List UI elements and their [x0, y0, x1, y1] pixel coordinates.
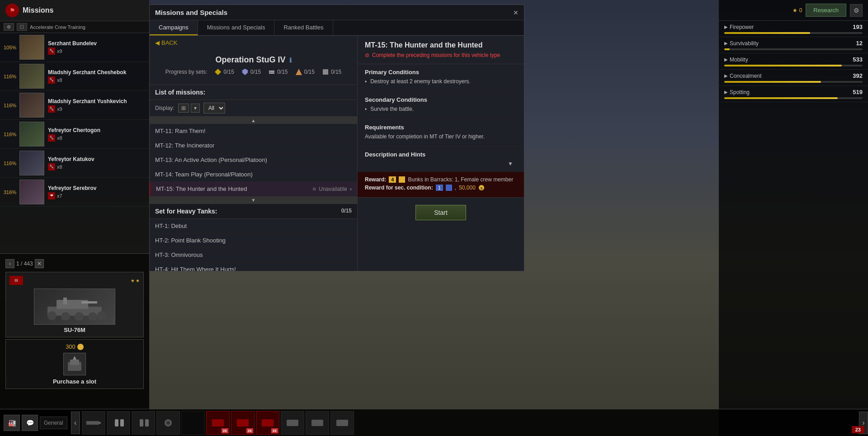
filter-icon-btn[interactable]: ⊞	[178, 104, 189, 113]
bottom-slots-prev[interactable]: ‹	[71, 412, 80, 434]
mission-detail: MT-15: The Hunter and the Hunted ⊘ Compl…	[358, 36, 524, 271]
crew-member-4[interactable]: 116% Yefreytor Katukov 🔧 x8	[0, 149, 149, 178]
shield-icon	[241, 68, 249, 76]
concealment-text: Concealment	[730, 73, 762, 79]
bottom-garage-btn[interactable]: 🏭	[4, 415, 20, 431]
svg-rect-31	[237, 419, 249, 427]
unavailable-icon: ⊘	[312, 186, 316, 191]
bottom-slot-equip2[interactable]	[306, 411, 329, 435]
star-badge: ★ 0	[793, 7, 802, 14]
ammo5-badge: 26	[271, 428, 278, 433]
bottom-slot-ammo[interactable]	[107, 411, 130, 435]
mission-item-mt14[interactable]: MT-14: Team Play (Personal/Platoon)	[150, 167, 357, 182]
stripe-icon	[268, 68, 275, 76]
tab-ranked-battles[interactable]: Ranked Battles	[274, 20, 333, 35]
back-button[interactable]: ◀ BACK	[150, 36, 357, 50]
tank-card[interactable]: III ★ ★ S	[5, 272, 144, 337]
svg-rect-30	[212, 419, 224, 427]
svg-rect-35	[336, 420, 348, 426]
bullet-0: •	[365, 79, 367, 85]
heavy-section-progress: 0/15	[341, 208, 352, 215]
progress-item-0: 0/15	[214, 68, 234, 76]
crew-info-3: Yefreytor Chertogon 🔧 x8	[48, 127, 146, 142]
reward-section: Reward: 4 Bunks in Barracks: 1, Female c…	[358, 172, 524, 198]
reward-badge: 4	[389, 176, 396, 183]
crew-control-icon[interactable]: ⚙	[4, 23, 14, 31]
svg-text:$: $	[481, 186, 483, 190]
mission-item-mt13[interactable]: MT-13: An Active Action (Personal/Platoo…	[150, 153, 357, 167]
crew-member-5[interactable]: 316% Yefreytor Serebrov ❤ x7	[0, 178, 149, 207]
crew-avatar-0	[19, 35, 44, 60]
survivability-label: ▶ Survivability	[724, 40, 759, 47]
mission-item-ht4[interactable]: HT-4: Hit Them Where It Hurts!	[150, 262, 357, 271]
filter-select[interactable]: All	[203, 103, 225, 114]
crew-level-3: 116%	[4, 132, 19, 137]
research-button[interactable]: Research	[806, 4, 846, 17]
purchase-slot-section[interactable]: 300 Purchase a slot	[5, 339, 144, 389]
secondary-condition-0: • Survive the battle.	[365, 106, 517, 113]
firepower-arrow: ▶	[724, 24, 728, 29]
spotting-text: Spotting	[730, 89, 750, 95]
bottom-chat-btn[interactable]: 💬	[22, 415, 38, 431]
start-button[interactable]: Start	[415, 205, 466, 220]
crew-member-1[interactable]: 116% Mladshiy Serzhant Cheshebok 🔧 x8	[0, 62, 149, 91]
settings-button[interactable]: ⚙	[850, 4, 863, 17]
description-scroll-down[interactable]: ▼	[365, 161, 517, 167]
dialog-close-button[interactable]: ✕	[513, 9, 519, 16]
svg-rect-15	[269, 72, 274, 74]
skill-count-4: x8	[57, 164, 62, 170]
mission-label-ht4: HT-4: Hit Them Where It Hurts!	[155, 266, 236, 271]
mission-item-mt11[interactable]: MT-11: Ram Them!	[150, 124, 357, 138]
reward-extra: Bunks in Barracks: 1, Female crew member	[408, 176, 513, 183]
bottom-slot-ammo4[interactable]: 26	[231, 411, 255, 435]
mission-item-ht3[interactable]: HT-3: Omnivorous	[150, 248, 357, 262]
svg-rect-8	[81, 301, 97, 303]
bottom-slot-ammo2[interactable]	[132, 411, 155, 435]
bottom-slot-equip1[interactable]	[281, 411, 304, 435]
missions-scroll-up[interactable]: ▲	[150, 117, 357, 124]
reward-coins: 50,000	[459, 185, 476, 191]
crew-skills-3: 🔧 x8	[48, 134, 146, 142]
crew-skills-1: 🔧 x8	[48, 76, 146, 84]
crew-info-5: Yefreytor Serebrov ❤ x7	[48, 185, 146, 199]
mission-item-mt12[interactable]: MT-12: The Incinerator	[150, 138, 357, 153]
tab-campaigns[interactable]: Campaigns	[150, 20, 198, 35]
equip-icon	[160, 417, 176, 428]
bottom-slot-equip3[interactable]	[330, 411, 354, 435]
tank-silhouette-svg	[38, 293, 111, 320]
bottom-slot-ammo5[interactable]: 26	[256, 411, 279, 435]
mission-item-mt15[interactable]: MT-15: The Hunter and the Hunted ⊘ Unava…	[150, 182, 357, 196]
crew-skills-4: 🔧 x8	[48, 163, 146, 171]
slot-prev-btn[interactable]: ‹	[5, 259, 14, 268]
crew-level-2: 116%	[4, 103, 19, 108]
missions-scroll-down[interactable]: ▼	[150, 196, 357, 204]
filter-dropdown-btn[interactable]: ▾	[191, 104, 200, 113]
secondary-conditions-section: Secondary Conditions • Survive the battl…	[358, 92, 524, 119]
tank-image	[34, 289, 115, 325]
crew-checkbox[interactable]: ☐	[17, 23, 27, 31]
progress-value-4: 0/15	[331, 69, 341, 75]
survivability-value: 12	[856, 40, 863, 47]
crew-member-2[interactable]: 116% Mladshiy Serzhant Yushkevich 🔧 x9	[0, 91, 149, 120]
tank-slot-area: ‹ 1 / 443 ✕ III ★ ★	[0, 254, 149, 394]
mission-label-ht2: HT-2: Point Blank Shooting	[155, 237, 226, 244]
bottom-slot-equip[interactable]	[156, 411, 180, 435]
mission-item-ht1[interactable]: HT-1: Debut	[150, 219, 357, 233]
mission-item-ht2[interactable]: HT-2: Point Blank Shooting	[150, 233, 357, 248]
mission-status-text: Unavailable	[319, 186, 347, 192]
square-icon	[322, 68, 329, 76]
progress-label: Progress by sets:	[165, 69, 208, 75]
bottom-slot-ammo3[interactable]: 26	[206, 411, 230, 435]
right-top-bar: ★ 0 Research ⚙	[719, 0, 868, 21]
left-sidebar: ⚑ Missions ⚙ ☐ Accelerate Crew Training …	[0, 0, 149, 253]
slot-close-btn[interactable]: ✕	[35, 259, 44, 268]
crew-member-3[interactable]: 116% Yefreytor Chertogon 🔧 x8	[0, 120, 149, 149]
chat-input-field[interactable]: General	[40, 417, 67, 429]
bottom-slot-gun[interactable]	[82, 411, 105, 435]
crew-member-0[interactable]: 105% Serzhant Bundelev 🔧 x9	[0, 33, 149, 62]
tab-missions-and-specials[interactable]: Missions and Specials	[198, 20, 275, 35]
info-icon[interactable]: ℹ	[289, 57, 292, 64]
slot-icon-svg	[66, 355, 84, 373]
tank-star-row: ★ ★	[131, 278, 140, 283]
description-hints-section: Description and Hints ▼	[358, 147, 524, 172]
